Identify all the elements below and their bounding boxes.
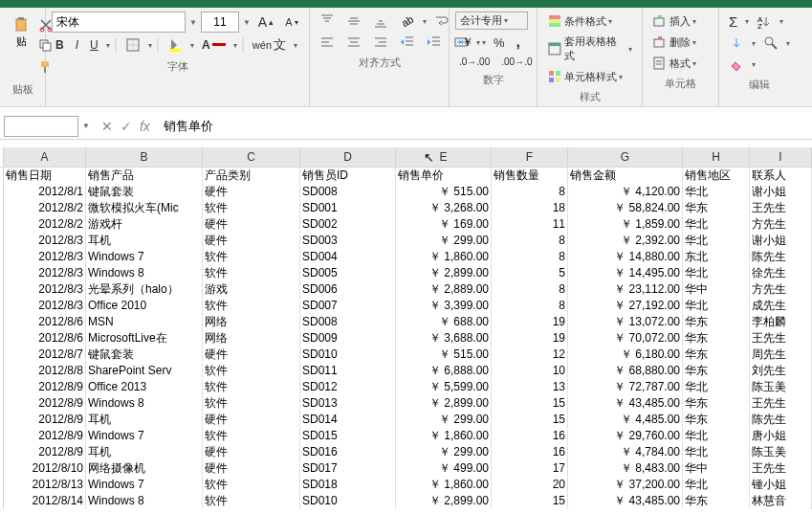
cell[interactable]: ￥ 299.00 (396, 412, 492, 428)
cell[interactable]: ￥ 499.00 (396, 460, 492, 477)
cell[interactable]: 17 (492, 460, 568, 477)
cell[interactable]: 软件 (203, 493, 300, 509)
cell[interactable]: 软件 (203, 200, 300, 216)
cell[interactable]: ￥ 13,072.00 (568, 314, 683, 330)
chevron-down-icon[interactable]: ▼ (78, 122, 94, 130)
cell[interactable]: ￥ 8,483.00 (568, 460, 683, 477)
column-header[interactable]: E (396, 147, 492, 167)
cell[interactable]: 2012/8/3 (4, 298, 86, 314)
cell[interactable]: 2012/8/7 (4, 346, 86, 363)
cell[interactable]: 软件 (203, 395, 300, 412)
cell[interactable]: SD016 (300, 444, 396, 460)
cell[interactable]: 华中 (683, 281, 750, 298)
decrease-decimal-button[interactable]: .00→.0 (497, 55, 536, 69)
cell[interactable]: 2012/8/2 (4, 216, 86, 233)
cell[interactable]: 林慧音 (750, 493, 812, 509)
cell[interactable]: 硬件 (203, 346, 300, 363)
cell[interactable]: 网络 (203, 330, 300, 346)
chevron-down-icon[interactable]: ▾ (482, 38, 486, 47)
cell[interactable]: 8 (492, 184, 568, 200)
cell[interactable]: ￥ 58,824.00 (568, 200, 683, 216)
phonetic-button[interactable]: wén文 (249, 34, 290, 56)
column-header[interactable]: G (568, 147, 683, 167)
cell[interactable]: SD017 (300, 460, 396, 477)
cell[interactable]: 15 (492, 412, 568, 428)
cell[interactable]: 15 (492, 493, 568, 509)
cell[interactable]: 18 (492, 200, 568, 216)
fill-color-button[interactable] (164, 35, 187, 55)
cell[interactable]: 耳机 (86, 233, 203, 249)
header-cell[interactable]: 销售金额 (568, 168, 683, 184)
cell[interactable]: ￥ 1,860.00 (396, 428, 492, 444)
cell[interactable]: ￥ 299.00 (396, 233, 492, 249)
header-cell[interactable]: 销售日期 (4, 168, 86, 184)
cell[interactable]: SD010 (300, 346, 396, 363)
cell[interactable]: ￥ 68,880.00 (568, 363, 683, 379)
cell[interactable]: 游戏杆 (86, 216, 203, 233)
header-cell[interactable]: 销售单价 (396, 168, 492, 184)
cell[interactable]: Office 2013 (86, 379, 203, 395)
column-header[interactable]: C (203, 147, 300, 167)
cell[interactable]: 8 (492, 298, 568, 314)
cell[interactable]: ￥ 5,599.00 (396, 379, 492, 395)
chevron-down-icon[interactable]: ▾ (294, 41, 297, 50)
cell[interactable]: 李柏麟 (750, 314, 812, 330)
align-right-button[interactable] (369, 33, 392, 52)
currency-button[interactable]: ￥ (455, 33, 478, 52)
column-header[interactable]: I (750, 147, 812, 167)
chevron-down-icon[interactable]: ▾ (148, 41, 152, 50)
cell[interactable]: 键鼠套装 (86, 184, 203, 200)
cell[interactable]: ￥ 4,784.00 (568, 444, 683, 460)
paste-button[interactable]: 贴 (11, 15, 31, 77)
cell[interactable]: 王先生 (750, 200, 812, 216)
cell[interactable]: ￥ 14,495.00 (568, 265, 683, 281)
cell[interactable]: 13 (492, 379, 568, 395)
cell[interactable]: 2012/8/3 (4, 265, 86, 281)
cell[interactable]: 16 (492, 428, 568, 444)
cell[interactable]: 锺小姐 (750, 477, 812, 493)
cell[interactable]: ￥ 1,860.00 (396, 249, 492, 265)
cell[interactable]: ￥ 6,888.00 (396, 363, 492, 379)
sort-filter-button[interactable]: AZ (753, 12, 776, 32)
cell[interactable]: MicrosoftLive在 (86, 330, 203, 346)
cell[interactable]: 华东 (683, 330, 750, 346)
cell[interactable]: 15 (492, 395, 568, 412)
column-header[interactable]: D (300, 147, 396, 167)
cell[interactable]: 耳机 (86, 412, 203, 428)
cell[interactable]: 华东 (683, 346, 750, 363)
cell[interactable]: ￥ 2,899.00 (396, 265, 492, 281)
cell[interactable]: ￥ 3,688.00 (396, 330, 492, 346)
cell[interactable]: 华北 (683, 298, 750, 314)
cell[interactable]: ￥ 2,899.00 (396, 493, 492, 509)
cell[interactable]: 软件 (203, 428, 300, 444)
cell[interactable]: 硬件 (203, 412, 300, 428)
cell[interactable]: 2012/8/3 (4, 249, 86, 265)
orientation-button[interactable]: ab (396, 11, 419, 31)
cell[interactable]: 2012/8/14 (4, 493, 86, 509)
cell[interactable]: 19 (492, 330, 568, 346)
cell[interactable]: 2012/8/10 (4, 460, 86, 477)
increase-indent-button[interactable] (423, 33, 446, 52)
align-middle-button[interactable] (342, 11, 365, 31)
cell[interactable]: 软件 (203, 477, 300, 493)
cell[interactable]: 徐先生 (750, 265, 812, 281)
cell[interactable]: ￥ 72,787.00 (568, 379, 683, 395)
cell[interactable]: 游戏 (203, 281, 300, 298)
cell[interactable]: SD010 (300, 493, 396, 509)
cell[interactable]: 软件 (203, 249, 300, 265)
increase-font-button[interactable]: A▴ (254, 12, 277, 32)
cell[interactable]: ￥ 1,859.00 (568, 216, 683, 233)
cell[interactable]: 10 (492, 363, 568, 379)
cell[interactable]: ￥ 1,860.00 (396, 477, 492, 493)
cell[interactable]: SD018 (300, 477, 396, 493)
cell[interactable]: 陈玉美 (750, 379, 812, 395)
cell[interactable]: MSN (86, 314, 203, 330)
cell[interactable]: SD005 (300, 265, 396, 281)
cell[interactable]: 华北 (683, 379, 750, 395)
cell[interactable]: SD003 (300, 233, 396, 249)
cell[interactable]: 2012/8/8 (4, 363, 86, 379)
cell[interactable]: 19 (492, 314, 568, 330)
column-header[interactable]: A (4, 147, 86, 167)
align-left-button[interactable] (316, 33, 339, 52)
cell[interactable]: SD001 (300, 200, 396, 216)
